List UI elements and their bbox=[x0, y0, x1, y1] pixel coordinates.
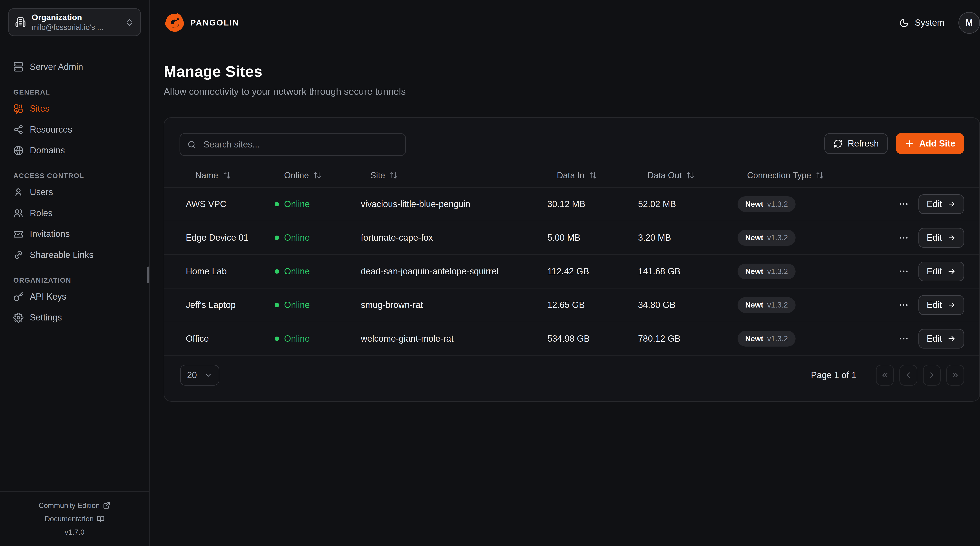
brand[interactable]: PANGOLIN bbox=[164, 12, 239, 34]
user-icon bbox=[13, 187, 24, 197]
refresh-button[interactable]: Refresh bbox=[824, 133, 888, 154]
online-status-dot bbox=[275, 303, 279, 307]
edit-button[interactable]: Edit bbox=[918, 194, 964, 214]
next-page-button[interactable] bbox=[923, 365, 941, 386]
sidebar-item-label: Server Admin bbox=[30, 62, 83, 72]
documentation-link[interactable]: Documentation bbox=[5, 512, 144, 525]
data-in: 112.42 GB bbox=[541, 266, 632, 276]
row-menu-button[interactable] bbox=[898, 232, 909, 243]
sort-icon bbox=[816, 171, 824, 179]
sidebar-item-settings[interactable]: Settings bbox=[8, 310, 141, 326]
column-header-name[interactable]: Name bbox=[180, 171, 268, 180]
building-icon bbox=[15, 17, 26, 28]
edit-button[interactable]: Edit bbox=[918, 228, 964, 247]
table-row: AWS VPC Online vivacious-little-blue-pen… bbox=[164, 187, 979, 221]
arrow-right-icon bbox=[947, 301, 956, 310]
online-status-dot bbox=[275, 236, 279, 240]
sidebar-section-organization: ORGANIZATION bbox=[8, 276, 141, 284]
edit-button[interactable]: Edit bbox=[918, 262, 964, 281]
edit-button[interactable]: Edit bbox=[918, 329, 964, 348]
community-edition-link[interactable]: Community Edition bbox=[5, 499, 144, 512]
table-header: Name Online Site bbox=[164, 156, 979, 187]
theme-label: System bbox=[915, 18, 944, 28]
edit-button[interactable]: Edit bbox=[918, 295, 964, 315]
first-page-button[interactable] bbox=[876, 365, 894, 386]
online-status: Online bbox=[284, 266, 310, 276]
chevron-down-icon bbox=[204, 371, 212, 379]
row-menu-button[interactable] bbox=[898, 266, 909, 277]
last-page-button[interactable] bbox=[946, 365, 964, 386]
org-selector-title: Organization bbox=[32, 12, 119, 23]
online-status: Online bbox=[284, 233, 310, 243]
row-menu-button[interactable] bbox=[898, 300, 909, 310]
sidebar-item-api-keys[interactable]: API Keys bbox=[8, 289, 141, 305]
sidebar-section-access-control: ACCESS CONTROL bbox=[8, 172, 141, 180]
row-menu-button[interactable] bbox=[898, 333, 909, 344]
refresh-icon bbox=[833, 139, 843, 148]
sidebar-item-resources[interactable]: Resources bbox=[8, 121, 141, 137]
add-site-button[interactable]: Add Site bbox=[896, 133, 964, 154]
pagination: Page 1 of 1 bbox=[811, 365, 964, 386]
sidebar-item-label: Domains bbox=[30, 145, 65, 155]
table-row: Jeff's Laptop Online smug-brown-rat 12.6… bbox=[164, 288, 979, 322]
external-link-icon bbox=[103, 502, 111, 509]
page-head: Manage Sites Allow connectivity to your … bbox=[150, 63, 980, 97]
column-header-data-in[interactable]: Data In bbox=[541, 171, 632, 180]
table-row: Office Online welcome-giant-mole-rat 534… bbox=[164, 322, 979, 355]
sites-card: Refresh Add Site Name bbox=[164, 117, 980, 402]
sidebar-item-users[interactable]: Users bbox=[8, 184, 141, 200]
row-menu-button[interactable] bbox=[898, 199, 909, 209]
sidebar-item-domains[interactable]: Domains bbox=[8, 142, 141, 158]
connection-type-badge: Newtv1.3.2 bbox=[738, 263, 795, 279]
sidebar-item-sites[interactable]: Sites bbox=[8, 101, 141, 117]
arrow-right-icon bbox=[947, 334, 956, 343]
arrow-right-icon bbox=[947, 267, 956, 276]
sidebar-item-label: Settings bbox=[30, 313, 62, 322]
pangolin-logo-icon bbox=[164, 12, 185, 34]
site-name: AWS VPC bbox=[180, 199, 268, 209]
online-status: Online bbox=[284, 199, 310, 209]
previous-page-button[interactable] bbox=[899, 365, 917, 386]
arrow-right-icon bbox=[947, 200, 956, 209]
column-header-online[interactable]: Online bbox=[268, 171, 355, 180]
sort-icon bbox=[686, 171, 694, 179]
connection-type-badge: Newtv1.3.2 bbox=[738, 196, 795, 212]
sidebar-footer: Community Edition Documentation v1.7.0 bbox=[0, 491, 149, 546]
search-input[interactable] bbox=[202, 139, 398, 150]
share-nodes-icon bbox=[13, 125, 24, 135]
chevrons-up-down-icon bbox=[125, 18, 134, 27]
online-status-dot bbox=[275, 337, 279, 341]
org-selector[interactable]: Organization milo@fossorial.io's ... bbox=[8, 8, 141, 36]
column-header-site[interactable]: Site bbox=[355, 171, 541, 180]
sidebar-item-invitations[interactable]: Invitations bbox=[8, 226, 141, 242]
main-area: PANGOLIN System M Manage Sites Allow con… bbox=[150, 0, 980, 546]
sort-icon bbox=[223, 171, 231, 179]
data-in: 5.00 MB bbox=[541, 233, 632, 243]
sidebar-item-roles[interactable]: Roles bbox=[8, 205, 141, 221]
online-status: Online bbox=[284, 300, 310, 310]
sidebar-item-shareable-links[interactable]: Shareable Links bbox=[8, 247, 141, 263]
data-in: 534.98 GB bbox=[541, 334, 632, 344]
server-icon bbox=[13, 62, 24, 72]
card-toolbar: Refresh Add Site bbox=[164, 118, 979, 156]
sort-icon bbox=[589, 171, 597, 179]
site-name: Edge Device 01 bbox=[180, 233, 268, 243]
site-slug: smug-brown-rat bbox=[355, 300, 541, 310]
site-name: Jeff's Laptop bbox=[180, 300, 268, 310]
site-slug: vivacious-little-blue-penguin bbox=[355, 199, 541, 209]
sidebar-scrollbar[interactable] bbox=[147, 267, 149, 283]
org-selector-value: milo@fossorial.io's ... bbox=[32, 22, 119, 32]
theme-toggle[interactable]: System bbox=[899, 18, 945, 28]
sidebar-item-server-admin[interactable]: Server Admin bbox=[8, 59, 141, 75]
user-avatar[interactable]: M bbox=[958, 12, 980, 34]
table-row: Home Lab Online dead-san-joaquin-antelop… bbox=[164, 254, 979, 288]
ticket-check-icon bbox=[13, 229, 24, 239]
page-size-select[interactable]: 20 bbox=[180, 365, 220, 386]
page-subtitle: Allow connectivity to your network throu… bbox=[164, 86, 980, 97]
search-icon bbox=[187, 140, 197, 149]
connection-type-badge: Newtv1.3.2 bbox=[738, 297, 795, 313]
sidebar-item-label: Roles bbox=[30, 208, 52, 218]
key-icon bbox=[13, 292, 24, 302]
column-header-connection-type[interactable]: Connection Type bbox=[731, 171, 881, 180]
column-header-data-out[interactable]: Data Out bbox=[632, 171, 731, 180]
